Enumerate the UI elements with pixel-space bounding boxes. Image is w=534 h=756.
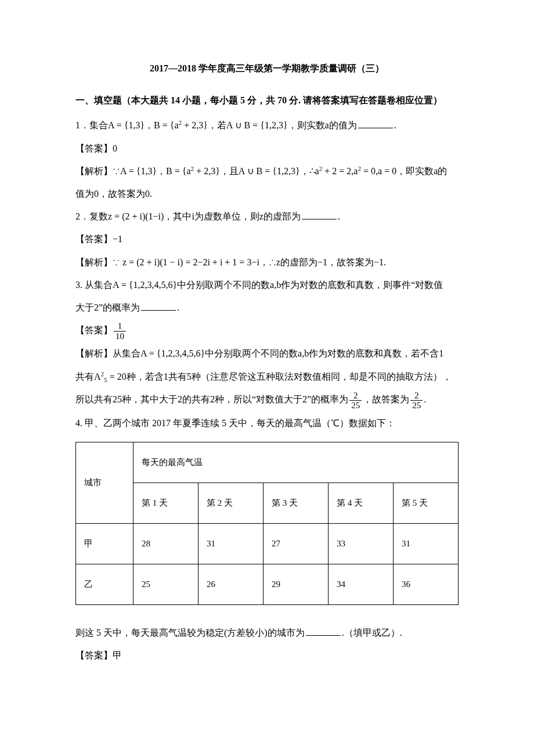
answer-3: 【答案】110 — [75, 320, 459, 341]
row-header-city: 城市 — [76, 442, 134, 523]
fraction: 225 — [349, 391, 362, 411]
table-row: 甲 28 31 27 33 31 — [76, 523, 459, 564]
day-header: 第 5 天 — [394, 483, 459, 523]
blank-input — [141, 301, 176, 311]
explanation-1-cont: 值为0，故答案为0. — [75, 183, 459, 204]
explanation-label: 【解析】 — [75, 166, 113, 176]
e1-t2: + 2,3}，且A ∪ B = {1,2,3}，∴a — [194, 166, 319, 176]
e3-t1: 从集合A = {1,2,3,4,5,6}中分别取两个不同的数a,b作为对数的底数… — [113, 348, 443, 358]
answer-value: 甲 — [113, 650, 122, 660]
fraction-numerator: 2 — [349, 391, 362, 401]
explanation-3-line2: 共有A25 = 20种，若含1共有5种（注意尽管这五种取法对数值相同，却是不同的… — [75, 366, 459, 387]
table-row: 乙 25 26 29 34 36 — [76, 564, 459, 604]
value-cell: 25 — [134, 564, 199, 604]
explanation-3-line3: 所以共有25种，其中大于2的共有2种，所以“对数值大于2”的概率为225，故答案… — [75, 389, 459, 410]
explanation-3-line1: 【解析】从集合A = {1,2,3,4,5,6}中分别取两个不同的数a,b作为对… — [75, 343, 459, 363]
answer-4: 【答案】甲 — [75, 645, 459, 665]
answer-value: 0 — [113, 143, 117, 153]
q2-suffix: . — [338, 211, 340, 221]
e3-t3b: ，故答案为 — [363, 394, 409, 404]
section-heading: 一、填空题（本大题共 14 小题，每小题 5 分，共 70 分. 请将答案填写在… — [75, 90, 459, 110]
e2-text: ∵ z = (2 + i)(1 − i) = 2−2i + i + 1 = 3−… — [113, 257, 386, 267]
city-cell: 乙 — [76, 564, 134, 604]
value-cell: 28 — [134, 523, 199, 564]
table-days-row: 第 1 天 第 2 天 第 3 天 第 4 天 第 5 天 — [76, 483, 459, 523]
fraction-numerator: 2 — [410, 391, 423, 401]
question-3-line1: 3. 从集合A = {1,2,3,4,5,6}中分别取两个不同的数a,b作为对数… — [75, 275, 459, 295]
question-1: 1．集合A = {1,3}，B = {a2 + 2,3}，若A ∪ B = {1… — [75, 115, 459, 135]
q1-text-a: 1．集合A = {1,3}，B = {a — [75, 120, 179, 130]
e3-t3a: 所以共有25种，其中大于2的共有2种，所以“对数值大于2”的概率为 — [75, 394, 348, 404]
q1-text-b: + 2,3}，若A ∪ B = {1,2,3}，则实数a的值为 — [182, 120, 357, 130]
value-cell: 34 — [329, 564, 394, 604]
explanation-1: 【解析】∵A = {1,3}，B = {a2 + 2,3}，且A ∪ B = {… — [75, 161, 459, 181]
e1-t3: + 2 = 2,a — [322, 166, 358, 176]
e3-t2a: 共有A — [75, 372, 101, 381]
q4-outro-a: 则这 5 天中，每天最高气温较为稳定(方差较小)的城市为 — [75, 628, 305, 638]
e3-t2b: = 20种，若含1共有5种（注意尽管这五种取法对数值相同，却是不同的抽取方法）， — [107, 372, 452, 381]
day-header: 第 1 天 — [134, 483, 199, 523]
q3-suffix: . — [177, 303, 179, 312]
fraction-denominator: 10 — [114, 332, 126, 341]
answer-label: 【答案】 — [75, 143, 113, 153]
explanation-label: 【解析】 — [75, 257, 113, 267]
value-cell: 26 — [199, 564, 264, 604]
table-header-row: 城市 每天的最高气温 — [76, 442, 459, 483]
e1-t1: ∵A = {1,3}，B = {a — [113, 166, 191, 176]
question-2: 2．复数z = (2 + i)(1−i)，其中i为虚数单位，则z的虚部为. — [75, 206, 459, 226]
fraction: 225 — [410, 391, 423, 411]
value-cell: 31 — [394, 523, 459, 564]
blank-input — [358, 118, 393, 128]
col-group-header: 每天的最高气温 — [134, 442, 459, 483]
blank-input — [306, 626, 341, 636]
value-cell: 29 — [264, 564, 329, 604]
city-cell: 甲 — [76, 523, 134, 564]
question-4-intro: 4. 甲、乙两个城市 2017 年夏季连续 5 天中，每天的最高气温（℃）数据如… — [75, 413, 459, 433]
value-cell: 33 — [329, 523, 394, 564]
value-cell: 31 — [199, 523, 264, 564]
fraction: 110 — [114, 321, 126, 341]
answer-label: 【答案】 — [75, 650, 113, 660]
fraction-numerator: 1 — [114, 321, 126, 332]
value-cell: 27 — [264, 523, 329, 564]
q1-text-c: . — [394, 120, 396, 130]
explanation-2: 【解析】∵ z = (2 + i)(1 − i) = 2−2i + i + 1 … — [75, 252, 459, 272]
day-header: 第 2 天 — [199, 483, 264, 523]
question-3-line2: 大于2”的概率为. — [75, 297, 459, 318]
question-4-outro: 则这 5 天中，每天最高气温较为稳定(方差较小)的城市为.（填甲或乙）. — [75, 622, 459, 643]
answer-label: 【答案】 — [75, 325, 113, 335]
q4-outro-b: .（填甲或乙）. — [342, 628, 402, 638]
day-header: 第 3 天 — [264, 483, 329, 523]
answer-1: 【答案】0 — [75, 138, 459, 159]
blank-input — [302, 210, 337, 219]
fraction-denominator: 25 — [349, 401, 362, 411]
value-cell: 36 — [394, 564, 459, 604]
answer-value: −1 — [113, 234, 122, 244]
page-title: 2017—2018 学年度高三年级第一学期教学质量调研（三） — [75, 58, 459, 78]
explanation-label: 【解析】 — [75, 348, 113, 358]
e3-t3c: . — [424, 394, 426, 404]
answer-2: 【答案】−1 — [75, 229, 459, 249]
answer-label: 【答案】 — [75, 234, 113, 244]
q3-t2: 大于2”的概率为 — [75, 303, 140, 312]
day-header: 第 4 天 — [329, 483, 394, 523]
temperature-table: 城市 每天的最高气温 第 1 天 第 2 天 第 3 天 第 4 天 第 5 天… — [75, 442, 459, 605]
fraction-denominator: 25 — [410, 401, 423, 411]
q2-text: 2．复数z = (2 + i)(1−i)，其中i为虚数单位，则z的虚部为 — [75, 211, 301, 221]
e1-t4: = 0,a = 0，即实数a的 — [361, 166, 447, 176]
